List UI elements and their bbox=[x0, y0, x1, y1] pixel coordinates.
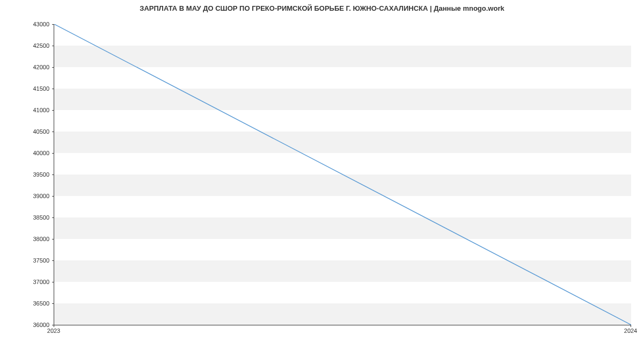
y-tick-mark bbox=[52, 132, 54, 132]
x-tick-label: 2023 bbox=[47, 328, 60, 334]
y-tick-mark bbox=[52, 174, 54, 175]
y-tick-label: 37000 bbox=[17, 279, 49, 285]
y-tick-mark bbox=[52, 303, 54, 304]
y-tick-mark bbox=[52, 110, 54, 111]
y-tick-mark bbox=[52, 46, 54, 46]
y-tick-mark bbox=[52, 67, 54, 68]
y-tick-mark bbox=[52, 196, 54, 197]
y-tick-label: 38500 bbox=[17, 214, 49, 221]
y-tick-mark bbox=[52, 260, 54, 261]
y-tick-label: 41500 bbox=[17, 85, 49, 92]
y-tick-mark bbox=[52, 89, 54, 89]
plot-area bbox=[54, 24, 631, 325]
y-tick-mark bbox=[52, 282, 54, 282]
y-tick-label: 42500 bbox=[17, 42, 49, 49]
line-series bbox=[54, 24, 631, 325]
chart-container: ЗАРПЛАТА В МАУ ДО СШОР ПО ГРЕКО-РИМСКОЙ … bbox=[0, 0, 644, 349]
y-tick-label: 41000 bbox=[17, 107, 49, 113]
y-tick-mark bbox=[52, 239, 54, 239]
y-tick-label: 36000 bbox=[17, 322, 49, 328]
y-tick-mark bbox=[52, 217, 54, 218]
x-tick-label: 2024 bbox=[624, 328, 637, 334]
y-tick-label: 39500 bbox=[17, 171, 49, 178]
y-tick-label: 38000 bbox=[17, 236, 49, 242]
y-tick-mark bbox=[52, 24, 54, 25]
y-tick-label: 36500 bbox=[17, 300, 49, 307]
y-tick-label: 40500 bbox=[17, 128, 49, 135]
y-tick-label: 40000 bbox=[17, 150, 49, 156]
y-tick-label: 43000 bbox=[17, 21, 49, 27]
y-tick-mark bbox=[52, 153, 54, 154]
y-tick-label: 39000 bbox=[17, 193, 49, 199]
y-tick-label: 42000 bbox=[17, 64, 49, 70]
y-tick-label: 37500 bbox=[17, 257, 49, 264]
x-tick-mark bbox=[631, 325, 631, 327]
chart-title: ЗАРПЛАТА В МАУ ДО СШОР ПО ГРЕКО-РИМСКОЙ … bbox=[0, 4, 644, 12]
x-tick-mark bbox=[54, 325, 54, 327]
